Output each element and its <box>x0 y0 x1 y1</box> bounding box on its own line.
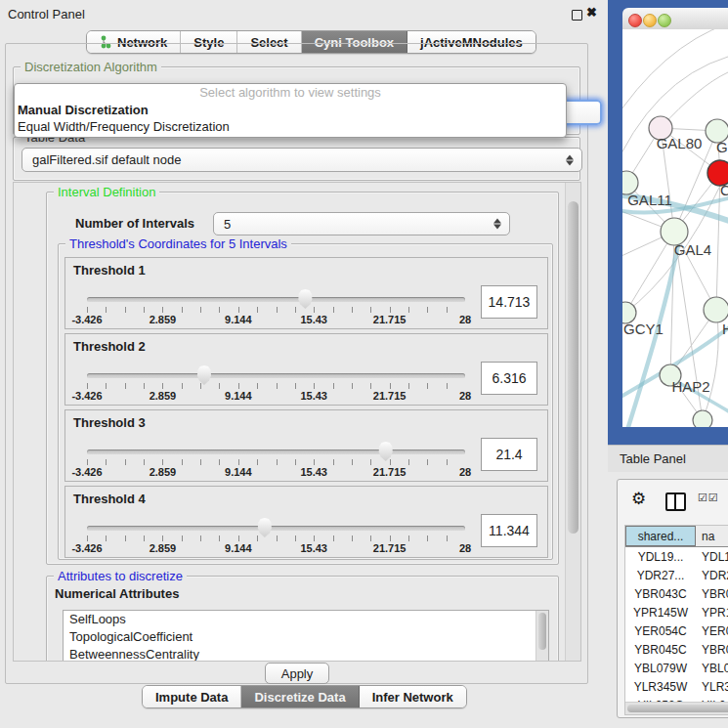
slider-track[interactable] <box>87 450 465 454</box>
table-hscrollbar[interactable] <box>625 702 728 714</box>
tick-label: 15.43 <box>300 314 327 325</box>
table-panel-title: Table Panel <box>620 451 686 466</box>
settings-scrollbar-thumb[interactable] <box>568 201 578 534</box>
table-row[interactable]: YDL19... YDL1 <box>625 547 728 566</box>
tick-label: 21.715 <box>373 390 407 402</box>
table-row[interactable]: YER054C YER0 <box>625 621 728 640</box>
table-data-combo[interactable]: galFiltered.sif default node <box>21 148 582 172</box>
num-intervals-combo[interactable]: 5 <box>213 212 510 236</box>
table-row[interactable]: YBL079W YBL0 <box>625 659 728 677</box>
threshold-value-field[interactable]: 6.316 <box>481 362 537 395</box>
attributes-scrollbar[interactable] <box>535 611 548 662</box>
column-header-shared-name[interactable]: shared... <box>625 526 696 546</box>
list-item[interactable]: BetweennessCentrality <box>64 646 548 662</box>
list-item[interactable]: TopologicalCoefficient <box>64 628 548 646</box>
threshold-slider[interactable]: -3.4262.8599.14415.4321.71528 <box>87 289 465 326</box>
slider-thumb[interactable] <box>257 518 273 537</box>
column-header-name[interactable]: na <box>696 526 728 546</box>
slider-ticks <box>87 535 465 541</box>
tab-infer-network[interactable]: Infer Network <box>360 686 466 707</box>
slider-tick-labels: -3.4262.8599.14415.4321.71528 <box>87 314 465 325</box>
settings-scrollbar[interactable] <box>565 183 580 661</box>
node-label: C <box>720 182 728 198</box>
threshold-slider[interactable]: -3.4262.8599.14415.4321.71528 <box>87 518 465 555</box>
node-label: GCY1 <box>623 321 664 337</box>
tab-discretize-data[interactable]: Discretize Data <box>241 686 359 707</box>
tick-label: 15.43 <box>300 390 327 402</box>
network-canvas-svg: GAL80GCGAL11GAL4GCY1HHAP2 <box>622 29 728 427</box>
tick-label: -3.426 <box>71 314 102 325</box>
table-hscrollbar-thumb[interactable] <box>627 705 728 712</box>
bottom-tab-strip: Impute Data Discretize Data Infer Networ… <box>142 685 467 708</box>
slider-tick-labels: -3.4262.8599.14415.4321.71528 <box>87 466 465 478</box>
thresholds-container: Threshold 1 -3.4262.8599.14415.4321.7152… <box>59 257 552 558</box>
algorithm-option-manual[interactable]: Manual Discretization <box>15 102 566 118</box>
gear-icon[interactable]: ⚙ <box>631 489 646 509</box>
select-columns-icon[interactable]: ☑☑ <box>698 492 719 504</box>
algorithm-popup: Select algorithm to view settings Manual… <box>14 83 567 138</box>
table-panel: ⚙ ☑☑ shared... na YDL19... YDL1 YDR27...… <box>617 479 728 718</box>
num-intervals-label: Number of Intervals <box>75 216 194 231</box>
slider-ticks <box>87 307 465 313</box>
app-root: Control Panel ✖ Network Style Select Cyn… <box>0 0 728 728</box>
network-window-titlebar[interactable] <box>622 8 728 30</box>
tick-label: 9.144 <box>225 542 252 554</box>
threshold-value-field[interactable]: 21.4 <box>481 438 537 471</box>
tick-label: 2.859 <box>150 466 177 478</box>
attributes-box-title: Attributes to discretize <box>54 569 187 583</box>
threshold-value-field[interactable]: 11.344 <box>481 514 537 547</box>
algorithm-option-equal-width[interactable]: Equal Width/Frequency Discretization <box>15 118 566 135</box>
tick-label: 28 <box>459 542 471 554</box>
attributes-items: SelfLoops TopologicalCoefficient Between… <box>64 611 548 662</box>
threshold-panel: Threshold 4 -3.4262.8599.14415.4321.7152… <box>64 486 548 558</box>
node-label: GAL80 <box>657 135 703 151</box>
table-row[interactable]: YDR27... YDR2 <box>625 566 728 584</box>
table-panel-titlebar: Table Panel <box>608 445 728 472</box>
numerical-attributes-list[interactable]: SelfLoops TopologicalCoefficient Between… <box>63 610 549 662</box>
table-row[interactable]: YBR045C YBR0 <box>625 640 728 659</box>
slider-ticks <box>87 383 465 389</box>
slider-ticks <box>87 459 465 465</box>
tick-label: 21.715 <box>373 314 407 325</box>
tick-label: 9.144 <box>225 466 252 478</box>
tick-label: 15.43 <box>300 542 327 554</box>
table-row[interactable]: YBR043C YBR0 <box>625 584 728 603</box>
slider-thumb[interactable] <box>378 442 394 461</box>
zoom-window-icon[interactable] <box>658 14 671 27</box>
threshold-panel: Threshold 3 -3.4262.8599.14415.4321.7152… <box>64 409 548 482</box>
close-panel-icon[interactable]: ✖ <box>586 5 597 20</box>
slider-thumb[interactable] <box>297 289 313 309</box>
threshold-panel: Threshold 2 -3.4262.8599.14415.4321.7152… <box>64 333 548 406</box>
tick-label: 2.859 <box>150 314 177 325</box>
table-row[interactable]: YLR345W YLR3 <box>625 677 728 696</box>
network-node[interactable] <box>704 297 728 322</box>
node-label: HAP2 <box>671 378 709 395</box>
slider-track[interactable] <box>87 526 465 531</box>
table-row[interactable]: YPR145W YPR1 <box>625 603 728 621</box>
attributes-scrollbar-thumb[interactable] <box>538 613 546 650</box>
threshold-value-field[interactable]: 14.713 <box>481 285 537 319</box>
apply-button[interactable]: Apply <box>265 663 329 684</box>
stepper-icon <box>566 153 575 166</box>
tick-label: 21.715 <box>373 542 407 554</box>
slider-thumb[interactable] <box>196 365 212 385</box>
node-table[interactable]: shared... na YDL19... YDL1 YDR27... YDR2… <box>624 525 728 715</box>
threshold-slider[interactable]: -3.4262.8599.14415.4321.71528 <box>87 365 465 403</box>
network-node[interactable] <box>693 410 712 427</box>
num-intervals-value: 5 <box>224 217 231 232</box>
tick-label: 21.715 <box>373 466 407 478</box>
close-window-icon[interactable] <box>628 14 642 27</box>
threshold-slider[interactable]: -3.4262.8599.14415.4321.71528 <box>87 442 465 479</box>
network-canvas[interactable]: GAL80GCGAL11GAL4GCY1HHAP2 <box>622 29 728 427</box>
threshold-panel: Threshold 1 -3.4262.8599.14415.4321.7152… <box>64 257 548 329</box>
tab-impute-data[interactable]: Impute Data <box>143 686 241 707</box>
slider-track[interactable] <box>87 373 465 378</box>
tick-label: 15.43 <box>300 466 327 478</box>
minimize-window-icon[interactable] <box>643 14 657 27</box>
node-label: GAL4 <box>674 241 711 258</box>
list-item[interactable]: SelfLoops <box>64 611 548 628</box>
slider-track[interactable] <box>87 297 465 302</box>
columns-icon[interactable] <box>665 492 686 511</box>
float-panel-icon[interactable] <box>572 10 582 21</box>
table-rows: YDL19... YDL1 YDR27... YDR2 YBR043C YBR0… <box>625 547 728 714</box>
